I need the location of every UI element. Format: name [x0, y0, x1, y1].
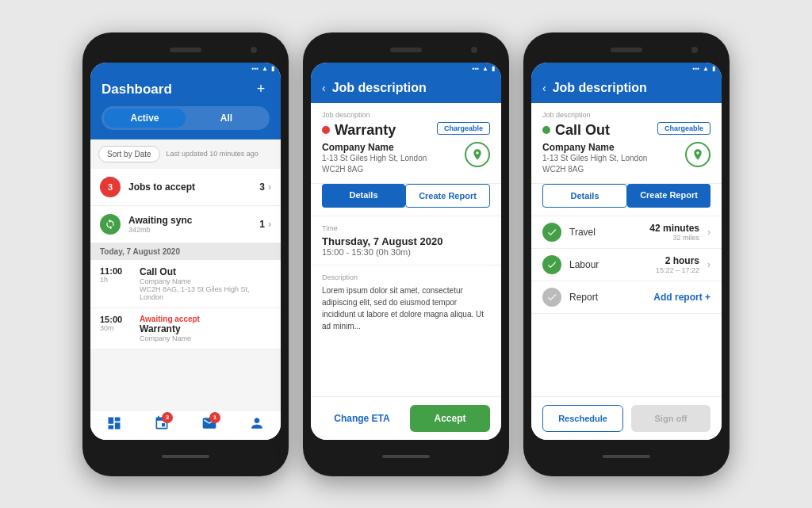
awaiting-sync-size: 342mb: [128, 226, 251, 234]
job-desc-title-2: Job description: [332, 81, 427, 95]
chevron-icon-2: ›: [268, 219, 271, 230]
phones-container: ▪▪▪ ▲ ▮ Dashboard + Active All Sort by D…: [82, 32, 730, 476]
report-check: [542, 288, 561, 307]
job-section-label-2: Job description: [322, 111, 490, 119]
job-type-2: Warranty: [322, 122, 396, 139]
tab-all[interactable]: All: [186, 109, 267, 128]
signoff-button[interactable]: Sign off: [631, 405, 710, 432]
nav-dashboard[interactable]: [106, 415, 122, 435]
battery-icon-3: ▮: [712, 65, 715, 72]
job-item-2[interactable]: 15:00 30m Awaiting accept Warranty Compa…: [90, 308, 281, 349]
tab-active[interactable]: Active: [104, 109, 186, 128]
phone-1-top-bar: [90, 40, 281, 59]
dashboard-header: Dashboard + Active All: [90, 74, 281, 139]
status-dot-3: [542, 126, 550, 134]
jobs-to-accept-content: Jobs to accept: [128, 181, 251, 193]
dashboard-nav-icon: [106, 415, 122, 435]
activity-travel[interactable]: Travel 42 minutes 32 miles ›: [531, 216, 722, 249]
job-details-2: Awaiting accept Warranty Company Name: [140, 315, 271, 342]
address-3: 1-13 St Giles High St, London WC2H 8AG: [542, 153, 647, 175]
wifi-icon-3: ▪▪▪: [693, 65, 700, 72]
phone-3-top-bar: [531, 40, 722, 59]
detail-tabs-3: Details Create Report: [531, 184, 722, 216]
job-desc-body-2: Job description Warranty Chargeable Comp…: [311, 103, 501, 396]
phone-2-top-bar: [311, 40, 501, 59]
job-details-1: Call Out Company Name WC2H 8AG, 1-13 St …: [140, 266, 271, 301]
job-section-label-3: Job description: [542, 111, 710, 119]
status-bar-2: ▪▪▪ ▲ ▮: [311, 63, 501, 74]
jobs-to-accept-item[interactable]: 3 Jobs to accept 3 ›: [90, 169, 281, 206]
nav-calendar[interactable]: 3: [154, 415, 170, 435]
tab-details-3[interactable]: Details: [542, 184, 627, 208]
job-time-1: 11:00 1h: [100, 266, 132, 301]
nav-mail[interactable]: 1: [201, 415, 217, 435]
job-item-1[interactable]: 11:00 1h Call Out Company Name WC2H 8AG,…: [90, 260, 281, 308]
accept-button[interactable]: Accept: [410, 405, 490, 432]
dashboard-title: Dashboard: [102, 82, 172, 97]
calendar-badge: 3: [162, 412, 173, 423]
change-eta-button[interactable]: Change ETA: [322, 405, 402, 432]
dashboard-title-row: Dashboard +: [102, 81, 270, 98]
job-time-2: 15:00 30m: [100, 315, 132, 342]
signal-icon-2: ▲: [482, 65, 488, 72]
labour-check: [542, 255, 561, 274]
filter-row: Sort by Date Last updated 10 minutes ago: [90, 139, 281, 169]
sync-icon: [100, 214, 121, 235]
job-desc-title-3: Job description: [553, 81, 647, 95]
travel-right: 42 minutes 32 miles: [649, 223, 699, 242]
travel-check: [542, 223, 561, 242]
signal-icon: ▲: [262, 65, 268, 72]
last-updated-label: Last updated 10 minutes ago: [167, 150, 259, 158]
desc-section-2: Description Lorem ipsum dolor sit amet, …: [311, 265, 501, 340]
location-button-3[interactable]: [685, 142, 710, 167]
camera-3: [691, 47, 698, 53]
address-row-3: Company Name 1-13 St Giles High St, Lond…: [542, 142, 710, 175]
status-bar-1: ▪▪▪ ▲ ▮: [90, 63, 281, 74]
phone-3-screen: ▪▪▪ ▲ ▮ ‹ Job description Job descriptio…: [531, 63, 722, 440]
company-name-2: Company Name: [322, 142, 427, 153]
labour-chevron: ›: [707, 259, 710, 270]
address-2: 1-13 St Giles High St, London WC2H 8AG: [322, 153, 427, 175]
job-info-section-2: Job description Warranty Chargeable Comp…: [311, 103, 501, 184]
phone-3-bottom: [531, 445, 722, 468]
nav-profile[interactable]: [249, 415, 265, 435]
job-title-row-3: Call Out Chargeable: [542, 122, 710, 139]
activity-report[interactable]: Report Add report +: [531, 281, 722, 314]
signal-icon-3: ▲: [703, 65, 709, 72]
section-date-header: Today, 7 August 2020: [90, 243, 281, 260]
battery-icon-2: ▮: [492, 65, 495, 72]
status-dot-2: [322, 126, 330, 134]
phone-2-screen: ▪▪▪ ▲ ▮ ‹ Job description Job descriptio…: [311, 63, 501, 440]
phone-1: ▪▪▪ ▲ ▮ Dashboard + Active All Sort by D…: [82, 32, 289, 476]
labour-right: 2 hours 15:22 – 17:22: [656, 255, 699, 274]
wifi-icon-2: ▪▪▪: [473, 65, 480, 72]
report-right: Add report +: [653, 292, 710, 303]
activity-labour[interactable]: Labour 2 hours 15:22 – 17:22 ›: [531, 249, 722, 281]
home-indicator-3: [603, 455, 650, 458]
back-button-2[interactable]: ‹: [322, 82, 326, 94]
company-name-3: Company Name: [542, 142, 647, 153]
awaiting-sync-item[interactable]: Awaiting sync 342mb 1 ›: [90, 206, 281, 243]
jobs-badge: 3: [100, 177, 121, 197]
back-button-3[interactable]: ‹: [542, 82, 546, 94]
address-row-2: Company Name 1-13 St Giles High St, Lond…: [322, 142, 490, 175]
add-button[interactable]: +: [252, 81, 270, 98]
action-buttons-2: Change ETA Accept: [311, 396, 501, 440]
job-type-3: Call Out: [542, 122, 610, 139]
home-indicator-1: [162, 455, 209, 458]
tab-create-report-2[interactable]: Create Report: [405, 184, 490, 208]
chargeable-badge-2: Chargeable: [437, 122, 490, 135]
time-range-2: 15:00 - 15:30 (0h 30m): [322, 247, 490, 257]
tab-details-2[interactable]: Details: [322, 184, 405, 208]
awaiting-sync-label: Awaiting sync: [128, 215, 251, 226]
add-report-btn[interactable]: Add report +: [653, 292, 710, 303]
travel-label: Travel: [569, 227, 642, 238]
home-indicator-2: [382, 455, 430, 458]
sort-button[interactable]: Sort by Date: [98, 146, 160, 162]
location-button-2[interactable]: [465, 142, 490, 167]
job-desc-body-3: Job description Call Out Chargeable Comp…: [531, 103, 722, 396]
phone-2: ▪▪▪ ▲ ▮ ‹ Job description Job descriptio…: [303, 32, 509, 476]
tab-create-report-3[interactable]: Create Report: [627, 184, 710, 208]
reschedule-button[interactable]: Reschedule: [542, 405, 623, 432]
speaker-3: [611, 48, 642, 52]
